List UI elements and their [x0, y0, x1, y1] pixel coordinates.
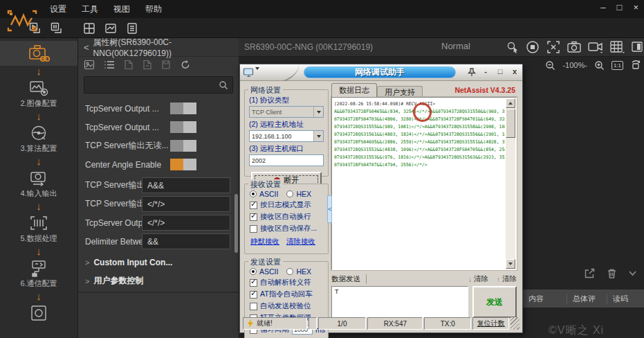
chevron-right-icon: > — [85, 277, 89, 285]
save-doc-icon[interactable] — [161, 60, 171, 70]
clear-send-link[interactable]: ↓ 清除 — [468, 274, 488, 284]
property-row: Center Angle Enable — [78, 155, 239, 174]
import-doc-icon[interactable] — [142, 60, 152, 70]
sidebar-item-communication-config[interactable]: 6.通信配置 — [0, 257, 77, 291]
export-doc-icon[interactable] — [124, 60, 134, 70]
video-record-icon[interactable] — [587, 40, 604, 54]
remote-host-select[interactable]: 192.168.1.100 — [249, 130, 324, 142]
at-enter-checkbox[interactable]: ✓ — [250, 291, 257, 299]
trash-icon[interactable] — [607, 268, 617, 279]
auto-wrap-checkbox[interactable]: ✓ — [250, 213, 257, 221]
minimize-button[interactable]: – — [600, 2, 605, 12]
chevron-right-icon: > — [85, 258, 89, 267]
scrollbar-thumb[interactable] — [234, 194, 238, 253]
collapse-splitter[interactable]: < — [327, 195, 332, 223]
scroll-up-icon[interactable] — [506, 98, 515, 108]
column-header-content[interactable]: 内容 — [522, 294, 567, 304]
zoom-controls: -100%- 1:1 — [545, 59, 641, 71]
escape-parse-checkbox[interactable]: ✓ — [250, 279, 257, 287]
menu-tools[interactable]: 工具 — [82, 3, 98, 15]
protocol-select[interactable]: TCP Client — [249, 106, 324, 118]
image-view-icon[interactable] — [84, 60, 95, 70]
recv-hex-radio[interactable] — [286, 190, 293, 197]
export-icon[interactable] — [584, 268, 596, 279]
sidebar-item-connect-camera[interactable] — [0, 41, 77, 66]
delimiter-input[interactable] — [142, 233, 230, 249]
caret-down-icon[interactable] — [313, 107, 323, 117]
remote-port-input[interactable] — [249, 154, 324, 166]
zoom-out-icon[interactable] — [545, 60, 555, 71]
menu-help[interactable]: 帮助 — [145, 3, 162, 15]
camera-link-icon — [27, 43, 50, 64]
protocol-label: (1) 协议类型 — [249, 96, 328, 105]
send-button[interactable]: 发送 — [472, 286, 517, 318]
log-scrollbar[interactable] — [506, 98, 515, 269]
fullscreen-icon[interactable] — [546, 39, 561, 55]
menu-view[interactable]: 视图 — [113, 3, 130, 15]
chevron-down-icon[interactable] — [628, 268, 637, 279]
maximize-button[interactable]: □ — [617, 2, 623, 12]
dialog-close-button[interactable]: x — [510, 67, 519, 75]
layout-grid-icon[interactable] — [82, 21, 97, 36]
resize-grip[interactable] — [510, 317, 519, 330]
pause-icon[interactable] — [49, 21, 64, 36]
sidebar-item-next-partial[interactable] — [0, 302, 77, 323]
dialog-titlebar[interactable]: 网络调试助手 - □ x — [240, 64, 522, 81]
menu-bar: 设置 工具 视图 帮助 — [50, 3, 162, 15]
column-header-overall[interactable]: 总体评 — [567, 294, 607, 304]
terminator-input[interactable] — [142, 215, 230, 231]
toggle-switch[interactable] — [170, 159, 196, 170]
report-icon[interactable] — [125, 21, 140, 36]
scroll-down-icon[interactable] — [506, 259, 515, 269]
side-panel-icon[interactable] — [632, 40, 643, 54]
property-row: TCP Server输出无读... — [78, 136, 239, 155]
tab-user-support[interactable]: 用户支持 — [377, 86, 423, 97]
recv-ascii-radio[interactable] — [250, 190, 257, 197]
clear-receive-link[interactable]: 清除接收 — [286, 237, 315, 247]
sidebar-item-data-processing[interactable]: 5.数据处理 — [0, 212, 77, 246]
refresh-icon[interactable] — [180, 60, 191, 70]
clear-history-link[interactable]: ↑ 清除 — [497, 274, 517, 284]
checksum-checkbox[interactable] — [250, 303, 257, 310]
cursor-select-icon[interactable] — [506, 40, 519, 54]
auto-save-checkbox[interactable] — [250, 225, 257, 233]
search-input[interactable] — [84, 80, 219, 90]
toggle-switch[interactable] — [170, 103, 196, 114]
caret-down-icon[interactable] — [313, 131, 323, 141]
status-count: 1/0 — [318, 317, 366, 330]
reset-count-button[interactable]: 复位计数 — [472, 317, 509, 330]
checkbox-label: 接收区自动保存... — [260, 224, 317, 233]
dialog-maximize-button[interactable]: □ — [495, 67, 505, 75]
toggle-switch[interactable] — [170, 140, 196, 152]
send-hex-radio[interactable] — [286, 268, 293, 275]
log-mode-checkbox[interactable]: ✓ — [250, 202, 257, 209]
sidebar-item-io[interactable]: 4.输入输出 — [0, 167, 77, 201]
chart-icon[interactable] — [103, 21, 118, 36]
toggle-switch[interactable] — [170, 121, 196, 133]
zoom-in-icon[interactable] — [594, 60, 605, 71]
close-button[interactable]: × — [633, 2, 638, 12]
rotate-view-icon[interactable] — [630, 60, 641, 71]
suffix-input[interactable] — [142, 196, 230, 212]
prefix-input[interactable] — [142, 177, 230, 193]
send-ascii-radio[interactable] — [250, 268, 257, 275]
sidebar-item-algorithm-config[interactable]: 3.算法配置 — [0, 122, 77, 156]
snapshot-camera-icon[interactable] — [567, 40, 582, 54]
tab-data-log[interactable]: 数据日志 — [331, 83, 377, 97]
silent-receive-link[interactable]: 静默接收 — [250, 237, 279, 247]
dialog-minimize-button[interactable]: - — [481, 67, 490, 75]
column-header-decode[interactable]: 读码 — [607, 294, 641, 304]
group-row-user-params[interactable]: > 用户参数控制 — [78, 272, 239, 290]
record-stop-icon[interactable] — [525, 39, 540, 55]
pin-icon[interactable] — [467, 67, 477, 78]
view-grid-icon[interactable] — [609, 40, 626, 54]
back-chevron-icon[interactable]: < — [84, 42, 89, 53]
send-text-area[interactable]: T — [331, 286, 468, 318]
data-log-box[interactable]: [2022-08-26 15:58:44.098]# RECV ASCII> A… — [331, 97, 517, 270]
zoom-one-to-one-icon[interactable]: 1:1 — [611, 61, 623, 70]
group-row-custom-input[interactable]: > Custom Input Con... — [78, 253, 239, 272]
tree-list-icon[interactable] — [104, 60, 115, 70]
menu-settings[interactable]: 设置 — [50, 3, 66, 15]
scrollbar-thumb[interactable] — [506, 109, 515, 138]
sidebar-item-image-config[interactable]: 2.图像配置 — [0, 77, 77, 111]
